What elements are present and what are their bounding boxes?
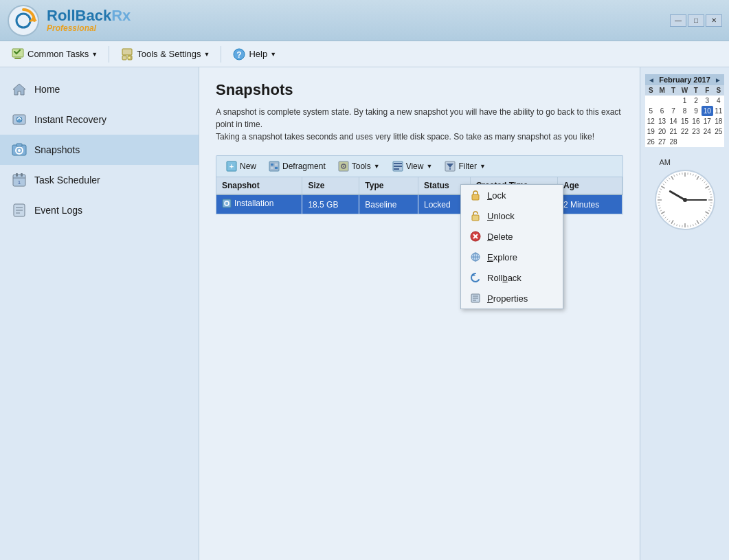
sidebar-item-snapshots[interactable]: Snapshots [0,135,199,165]
clock-face [654,169,716,231]
cal-day-11[interactable]: 11 [713,106,724,116]
separator-1 [109,46,109,63]
col-type: Type [359,177,418,194]
svg-rect-17 [16,173,18,177]
cal-day-2[interactable]: 2 [691,96,702,106]
svg-text:?: ? [237,50,242,60]
explore-icon [469,251,482,263]
new-snapshot-button[interactable]: + New [221,159,262,174]
ctx-unlock[interactable]: Unlock [461,205,563,226]
calendar-day-names: S M T W T F S [645,85,724,96]
svg-rect-38 [394,168,399,170]
filter-button[interactable]: Filter ▼ [439,159,491,174]
cal-day-10[interactable]: 10 [702,106,713,116]
home-label: Home [34,84,60,95]
home-icon [11,81,27,98]
cal-day-9[interactable]: 9 [691,106,702,116]
svg-point-14 [18,149,21,152]
filter-icon [445,161,456,172]
cal-prev[interactable]: ◄ [648,76,655,84]
ctx-delete-label: Delete [487,232,513,242]
separator-2 [221,46,221,63]
sidebar-item-instant-recovery[interactable]: Instant Recovery [0,104,199,135]
right-panel: ◄ February 2017 ► S M T W T F S 12345678… [640,67,729,560]
cell-age: 2 Minutes [558,194,623,214]
svg-rect-18 [21,173,23,177]
cal-day-25[interactable]: 25 [713,126,724,137]
view-button[interactable]: View ▼ [387,159,438,174]
cal-day-21[interactable]: 21 [668,126,679,137]
cal-day-5[interactable]: 5 [645,106,656,116]
cal-day-22[interactable]: 22 [679,126,690,137]
cell-snapshot: Installation [216,194,302,214]
cal-day-24[interactable]: 24 [702,126,713,137]
cell-size: 18.5 GB [302,194,359,214]
svg-point-7 [128,56,131,59]
cal-day-empty [668,96,679,106]
svg-rect-36 [394,163,402,164]
cal-day-18[interactable]: 18 [713,116,724,126]
cal-day-6[interactable]: 6 [656,106,667,116]
sidebar-item-task-scheduler[interactable]: 1 Task Scheduler [0,165,199,195]
properties-icon [469,292,482,304]
cal-day-3[interactable]: 3 [702,96,713,106]
filter-label: Filter [458,161,477,171]
cal-day-27[interactable]: 27 [656,137,667,147]
close-button[interactable]: ✕ [706,14,722,27]
new-icon: + [226,161,237,172]
defragment-button[interactable]: Defragment [263,159,331,174]
ctx-explore[interactable]: Explore [461,247,563,267]
ctx-lock[interactable]: Lock [461,185,563,205]
cal-day-20[interactable]: 20 [656,126,667,137]
cal-day-26[interactable]: 26 [645,137,656,147]
ctx-rollback[interactable]: Rollback [461,267,563,288]
cal-day-12[interactable]: 12 [645,116,656,126]
tools-arrow: ▼ [374,163,380,170]
cal-day-empty [679,137,690,147]
svg-point-34 [343,166,344,167]
cal-day-8[interactable]: 8 [679,106,690,116]
minimize-button[interactable]: — [670,14,686,27]
svg-text:+: + [229,162,234,170]
clock-label: AM [660,158,671,166]
help-button[interactable]: ? Help ▼ [227,45,282,64]
cal-day-19[interactable]: 19 [645,126,656,137]
common-tasks-arrow: ▼ [91,51,98,58]
cal-day-23[interactable]: 23 [691,126,702,137]
sidebar-item-home[interactable]: Home [0,74,199,104]
calendar: ◄ February 2017 ► S M T W T F S 12345678… [645,74,724,147]
cal-day-28[interactable]: 28 [668,137,679,147]
app-logo-icon [7,4,40,37]
col-size: Size [302,177,359,194]
unlock-icon [469,210,482,222]
common-tasks-button[interactable]: Common Tasks ▼ [5,45,103,64]
ctx-properties[interactable]: Properties [461,288,563,309]
cal-day-14[interactable]: 14 [668,116,679,126]
maximize-button[interactable]: □ [688,14,704,27]
sidebar: Home Instant Recovery Snaps [0,67,199,560]
content-area: Snapshots A snapshot is complete system … [199,67,640,560]
tools-settings-button[interactable]: Tools & Settings ▼ [115,45,215,64]
cal-next[interactable]: ► [715,76,721,84]
cal-day-15[interactable]: 15 [679,116,690,126]
calendar-month-year: February 2017 [659,76,710,84]
sidebar-item-event-logs[interactable]: Event Logs [0,195,199,225]
cal-day-16[interactable]: 16 [691,116,702,126]
svg-rect-15 [16,144,22,146]
cal-day-4[interactable]: 4 [713,96,724,106]
calendar-days: 1234567891011121314151617181920212223242… [645,96,724,147]
cal-day-1[interactable]: 1 [679,96,690,106]
cal-day-empty [691,137,702,147]
cal-day-17[interactable]: 17 [702,116,713,126]
main-toolbar: Common Tasks ▼ Tools & Settings ▼ ? Help… [0,41,729,67]
cal-day-13[interactable]: 13 [656,116,667,126]
tools-button[interactable]: Tools ▼ [333,159,385,174]
calendar-grid: S M T W T F S 12345678910111213141516171… [645,85,724,147]
col-snapshot: Snapshot [216,177,302,194]
cal-day-empty [713,137,724,147]
delete-icon [469,230,482,243]
svg-rect-44 [472,215,479,221]
cal-day-7[interactable]: 7 [668,106,679,116]
tools-settings-label: Tools & Settings [137,49,201,59]
ctx-delete[interactable]: Delete [461,226,563,247]
